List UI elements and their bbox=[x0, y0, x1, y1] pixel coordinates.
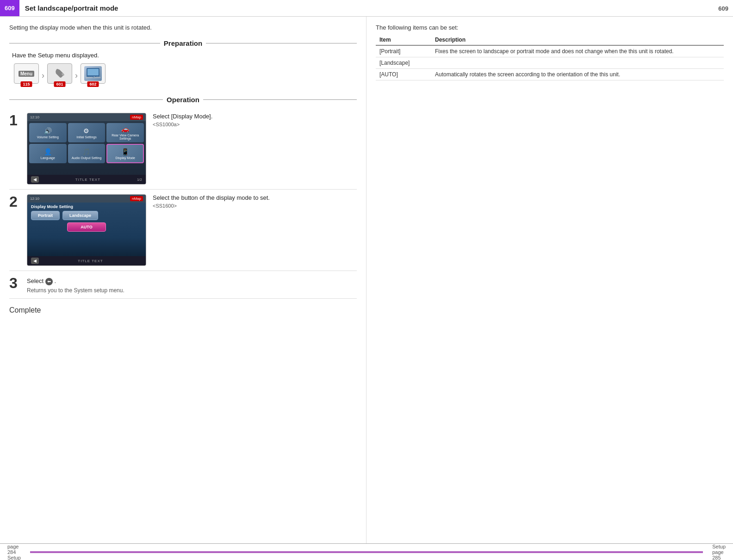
audio-label: Audio Output Setting bbox=[72, 156, 102, 160]
footer-right-page-num: 285 bbox=[712, 555, 726, 560]
prep-badge-601: 601 bbox=[54, 81, 65, 87]
table-desc-landscape bbox=[431, 57, 724, 69]
landscape-button[interactable]: Landscape bbox=[62, 211, 98, 220]
screen1-title-text: TITLE TEXT bbox=[75, 178, 100, 182]
footer-left-page-label: page bbox=[7, 544, 21, 549]
audio-icon: 🎵 bbox=[82, 148, 90, 155]
bottom-bar-divider bbox=[30, 551, 703, 553]
menu-item-display-mode[interactable]: 📱 Display Mode bbox=[106, 144, 144, 163]
table-row-auto: [AUTO] Automatically rotates the screen … bbox=[376, 69, 724, 80]
menu-item-audio: 🎵 Audio Output Setting bbox=[68, 144, 106, 163]
step-3-prefix: Select bbox=[27, 277, 45, 284]
table-row-portrait: [Portrait] Fixes the screen to landscape… bbox=[376, 45, 724, 57]
operation-label: Operation bbox=[163, 96, 203, 104]
arrow-2: › bbox=[75, 71, 78, 80]
page-title: Set landscape/portrait mode bbox=[25, 4, 118, 12]
table-desc-auto: Automatically rotates the screen accordi… bbox=[431, 69, 724, 80]
screen1-grid: 🔊 Volume Setting ⚙ Initial Settings 🚗 Re… bbox=[27, 121, 146, 165]
table-item-auto: [AUTO] bbox=[376, 69, 431, 80]
step-2-screen: 12:10 nMap Display Mode Setting Portrait… bbox=[27, 194, 146, 266]
screen2-button-row: Portrait Landscape bbox=[27, 210, 146, 221]
table-row-landscape: [Landscape] bbox=[376, 57, 724, 69]
camera-label: Rear View Camera Settings bbox=[108, 134, 142, 140]
svg-rect-2 bbox=[87, 69, 99, 75]
wrench-icon bbox=[53, 67, 66, 80]
screen1-topbar: 12:10 nMap bbox=[27, 113, 146, 121]
menu-item-volume: 🔊 Volume Setting bbox=[29, 123, 67, 142]
page-number-right: 609 bbox=[718, 0, 728, 17]
footer-left-page-num: 284 bbox=[7, 549, 21, 555]
step-2-description: Select the button of the display mode to… bbox=[153, 194, 270, 201]
bottom-bar: page 284 Setup Setup page 285 bbox=[0, 543, 733, 560]
screen2-map: nMap bbox=[130, 196, 143, 201]
screen2-auto-row: AUTO bbox=[27, 221, 146, 233]
table-desc-portrait: Fixes the screen to landscape or portrai… bbox=[431, 45, 724, 57]
menu-item-language: 👤 Language bbox=[29, 144, 67, 163]
header-line-right bbox=[206, 43, 357, 43]
auto-button[interactable]: AUTO bbox=[67, 222, 106, 232]
step-2-content: Select the button of the display mode to… bbox=[153, 194, 270, 209]
initial-icon: ⚙ bbox=[83, 127, 89, 135]
preparation-label: Preparation bbox=[160, 39, 206, 47]
menu-item-initial: ⚙ Initial Settings bbox=[68, 123, 106, 142]
menu-label: Menu bbox=[19, 71, 34, 77]
step-1-content: Select [Display Mode]. <SS1000a> bbox=[153, 113, 212, 127]
initial-label: Initial Settings bbox=[76, 135, 97, 139]
step-3-number: 3 bbox=[9, 276, 22, 290]
step-3-extra: Returns you to the System setup menu. bbox=[27, 287, 124, 294]
prep-step-system: System Setting 602 bbox=[81, 63, 106, 84]
operation-header: Operation bbox=[9, 96, 357, 104]
prep-icon-system: System Setting 602 bbox=[81, 63, 106, 84]
prep-step-menu: Menu 115 bbox=[14, 63, 39, 84]
portrait-button[interactable]: Portrait bbox=[31, 211, 60, 220]
prep-icon-menu: Menu 115 bbox=[14, 63, 39, 84]
volume-icon: 🔊 bbox=[44, 127, 52, 135]
table-header-description: Description bbox=[431, 35, 724, 45]
main-left-panel: Setting the display mode when the this u… bbox=[0, 17, 366, 543]
preparation-flow: Menu 115 › 601 › bbox=[14, 63, 357, 87]
header-line-left bbox=[9, 43, 160, 43]
table-header-item: Item bbox=[376, 35, 431, 45]
page-number-badge: 609 bbox=[0, 0, 19, 16]
screen1-bottombar: ◀ TITLE TEXT 1/2 bbox=[27, 175, 146, 184]
step-3-description: Select ⬅ . bbox=[27, 277, 124, 285]
screen2-topbar: 12:10 nMap bbox=[27, 195, 146, 203]
prep-badge-602: 602 bbox=[87, 81, 99, 87]
step-1-description: Select [Display Mode]. bbox=[153, 113, 212, 120]
step-2-number: 2 bbox=[9, 194, 22, 209]
step-1-screen: 12:10 nMap 🔊 Volume Setting ⚙ Initial Se… bbox=[27, 113, 146, 185]
display-mode-label: Display Mode bbox=[115, 156, 135, 160]
info-table: Item Description [Portrait] Fixes the sc… bbox=[376, 35, 724, 80]
footer-left-section: Setup bbox=[7, 555, 21, 560]
prep-step-setup: 601 bbox=[47, 63, 72, 84]
prep-badge-115: 115 bbox=[20, 81, 32, 87]
preparation-text: Have the Setup menu displayed. bbox=[12, 52, 357, 59]
arrow-1: › bbox=[42, 71, 44, 80]
complete-label: Complete bbox=[9, 306, 41, 314]
menu-item-camera: 🚗 Rear View Camera Settings bbox=[106, 123, 144, 142]
step-1-caption: <SS1000a> bbox=[153, 122, 212, 127]
back-arrow-icon: ⬅ bbox=[45, 278, 53, 285]
screen2-back-button[interactable]: ◀ bbox=[31, 258, 39, 264]
screen1-back-button[interactable]: ◀ bbox=[31, 176, 39, 183]
svg-text:System Setting: System Setting bbox=[86, 76, 100, 79]
top-bar: 609 Set landscape/portrait mode 609 bbox=[0, 0, 733, 17]
step-3-content: Select ⬅ . Returns you to the System set… bbox=[27, 276, 124, 294]
screen2-time: 12:10 bbox=[30, 197, 39, 201]
language-icon: 👤 bbox=[44, 148, 52, 155]
step-1-number: 1 bbox=[9, 113, 22, 128]
footer-right-section: Setup bbox=[712, 544, 726, 549]
step-3: 3 Select ⬅ . Returns you to the System s… bbox=[9, 271, 357, 299]
step-1: 1 12:10 nMap 🔊 Volume Setting ⚙ Initial … bbox=[9, 108, 357, 190]
screen1-page: 1/2 bbox=[137, 178, 142, 182]
table-item-landscape: [Landscape] bbox=[376, 57, 431, 69]
preparation-header: Preparation bbox=[9, 39, 357, 47]
main-right-panel: The following items can be set: Item Des… bbox=[366, 17, 733, 543]
bottom-right: Setup page 285 bbox=[712, 544, 726, 560]
step-2: 2 12:10 nMap Display Mode Setting Portra… bbox=[9, 190, 357, 271]
screen1-map: nMap bbox=[130, 115, 143, 120]
screen2-display-mode-title: Display Mode Setting bbox=[27, 203, 146, 210]
footer-right-page-label: page bbox=[712, 549, 726, 555]
volume-label: Volume Setting bbox=[37, 135, 59, 139]
complete-section: Complete bbox=[9, 299, 357, 318]
